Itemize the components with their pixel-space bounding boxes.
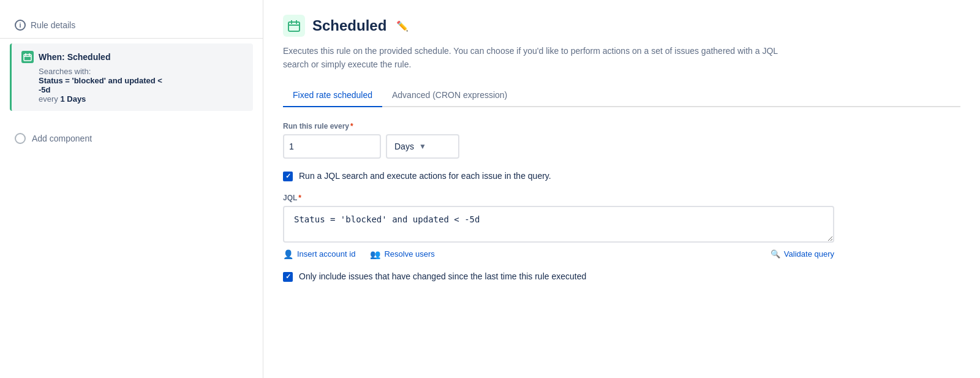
tab-advanced-cron[interactable]: Advanced (CRON expression) bbox=[382, 84, 517, 107]
tab-fixed-rate[interactable]: Fixed rate scheduled bbox=[283, 84, 382, 107]
resolve-users-button[interactable]: 👥 Resolve users bbox=[370, 249, 434, 259]
jql-input[interactable]: Status = 'blocked' and updated < -5d bbox=[283, 206, 834, 243]
add-circle-icon bbox=[15, 133, 26, 144]
rule-details-item[interactable]: i Rule details bbox=[0, 12, 263, 39]
number-input-wrapper: ⊞ bbox=[283, 134, 381, 159]
checkmark-icon: ✓ bbox=[285, 172, 291, 180]
jql-label: JQL * bbox=[283, 194, 960, 202]
jql-required-indicator: * bbox=[298, 194, 301, 202]
unit-select-value: Days bbox=[394, 142, 414, 151]
main-description: Executes this rule on the provided sched… bbox=[283, 44, 785, 72]
main-calendar-icon bbox=[283, 15, 305, 37]
jql-actions: 👤 Insert account id 👥 Resolve users 🔍 Va… bbox=[283, 249, 834, 259]
insert-account-id-button[interactable]: 👤 Insert account id bbox=[283, 249, 355, 259]
main-header: Scheduled ✏️ bbox=[283, 15, 960, 37]
user-icon: 👤 bbox=[283, 249, 293, 259]
edit-icon[interactable]: ✏️ bbox=[396, 20, 409, 32]
jql-checkbox-row: ✓ Run a JQL search and execute actions f… bbox=[283, 171, 960, 181]
run-every-group: Run this rule every * ⊞ Days ▼ bbox=[283, 122, 960, 159]
unit-select[interactable]: Days ▼ bbox=[386, 134, 459, 159]
main-content: Scheduled ✏️ Executes this rule on the p… bbox=[263, 0, 980, 378]
svg-rect-0 bbox=[24, 55, 31, 61]
tab-bar: Fixed rate scheduled Advanced (CRON expr… bbox=[283, 84, 960, 107]
checkmark-icon-2: ✓ bbox=[285, 273, 291, 281]
svg-rect-4 bbox=[288, 22, 300, 31]
rule-details-label: Rule details bbox=[31, 20, 75, 30]
jql-group: JQL * Status = 'blocked' and updated < -… bbox=[283, 194, 960, 259]
sidebar-item-jql: Status = 'blocked' and updated < -5d bbox=[39, 76, 162, 94]
validate-query-button[interactable]: 🔍 Validate query bbox=[771, 249, 834, 259]
search-icon: 🔍 bbox=[771, 249, 780, 259]
jql-checkbox-label: Run a JQL search and execute actions for… bbox=[299, 171, 551, 181]
run-every-label: Run this rule every * bbox=[283, 122, 960, 130]
only-changed-checkbox[interactable]: ✓ bbox=[283, 272, 293, 282]
calendar-icon bbox=[21, 51, 34, 63]
chevron-down-icon: ▼ bbox=[419, 142, 426, 151]
sidebar: i Rule details When: Scheduled Searches … bbox=[0, 0, 263, 378]
only-changed-checkbox-row: ✓ Only include issues that have changed … bbox=[283, 271, 960, 282]
sidebar-item-title: When: Scheduled bbox=[39, 52, 110, 62]
only-changed-label: Only include issues that have changed si… bbox=[299, 271, 586, 281]
jql-checkbox[interactable]: ✓ bbox=[283, 172, 293, 181]
run-every-row: ⊞ Days ▼ bbox=[283, 134, 960, 159]
required-indicator: * bbox=[350, 122, 353, 130]
page-title: Scheduled bbox=[312, 17, 386, 34]
when-scheduled-item[interactable]: When: Scheduled Searches with: Status = … bbox=[10, 43, 253, 111]
users-icon: 👥 bbox=[370, 249, 380, 259]
add-component-label: Add component bbox=[32, 134, 92, 143]
sidebar-item-searches: Searches with: Status = 'blocked' and up… bbox=[39, 67, 243, 104]
run-every-number-input[interactable] bbox=[289, 142, 396, 151]
sidebar-item-header: When: Scheduled bbox=[21, 51, 243, 63]
info-icon: i bbox=[15, 20, 26, 31]
add-component-item[interactable]: Add component bbox=[0, 123, 263, 154]
